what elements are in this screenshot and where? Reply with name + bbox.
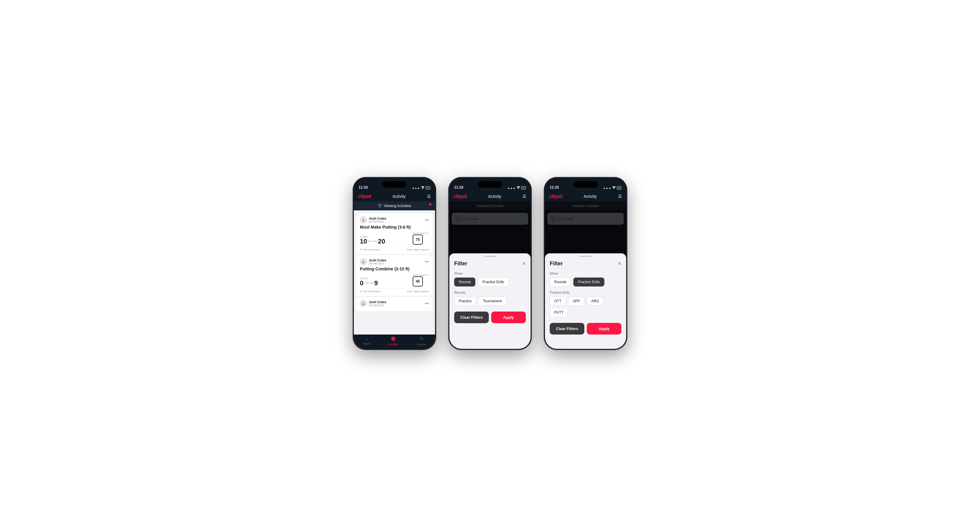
show-label-2: Show: [454, 271, 526, 275]
nav-home-1[interactable]: ⌂ Home: [363, 336, 370, 346]
modal-handle-3: [579, 256, 592, 257]
user-date-3: 28 Feb 2023: [369, 304, 387, 307]
apply-btn-3[interactable]: Apply: [587, 323, 621, 335]
avatar-1: [360, 216, 367, 224]
modal-footer-2: Clear Filters Apply: [454, 311, 526, 323]
drills-section-label-3: Practice Drills: [550, 290, 621, 294]
phone-3: 11:33 ▲▲▲ 31 clippd Activity ☰ Viewing A…: [544, 177, 627, 350]
svg-point-10: [421, 338, 422, 339]
viewing-banner-1[interactable]: Viewing Activities: [354, 202, 435, 210]
card-header-2: Josh Coles 28 Feb 2023 •••: [360, 258, 429, 265]
status-time-2: 11:33: [454, 185, 463, 189]
dynamic-island-1: [382, 181, 406, 188]
rounds-buttons-2: Practice Tournament: [454, 297, 526, 306]
filter-modal-3-el: Filter ✕ Show Rounds Practice Drills: [545, 253, 626, 349]
more-dots-2[interactable]: •••: [425, 259, 429, 264]
status-icons-1: ▲▲▲ 31: [412, 186, 430, 189]
score-value-2: 0: [360, 280, 363, 286]
user-info-3: Josh Coles 28 Feb 2023: [360, 300, 387, 307]
rounds-btn-3[interactable]: Rounds: [550, 278, 571, 286]
out-of-label-2: OUT OF: [364, 282, 373, 284]
app-btn-3[interactable]: APP: [568, 297, 584, 306]
info-text-1: Test Information: [363, 248, 380, 251]
activity-card-3: Josh Coles 28 Feb 2023 •••: [356, 297, 433, 311]
activities-icon-1: [391, 336, 396, 342]
user-info-1: Josh Coles 28 Feb 2023: [360, 216, 387, 224]
dynamic-island-2: [478, 181, 502, 188]
tournament-btn-2[interactable]: Tournament: [478, 297, 506, 306]
overlay-top-3: [545, 202, 626, 253]
phone-1: 11:33 ▲▲▲ 31 clippd Activity ☰: [353, 177, 436, 350]
rounds-btn-2[interactable]: Rounds: [454, 278, 476, 286]
user-date-1: 28 Feb 2023: [369, 220, 387, 223]
show-buttons-2: Rounds Practice Drills: [454, 278, 526, 286]
practice-drills-btn-3[interactable]: Practice Drills: [573, 278, 604, 286]
filter-overlay-3: Filter ✕ Show Rounds Practice Drills: [545, 202, 626, 349]
practice-drills-btn-2[interactable]: Practice Drills: [478, 278, 509, 286]
modal-title-2: Filter: [454, 260, 467, 267]
user-info-2: Josh Coles 28 Feb 2023: [360, 258, 387, 265]
filter-drills-section-3: Practice Drills OTT APP ARG PUTT: [550, 290, 621, 317]
apply-btn-2[interactable]: Apply: [491, 311, 526, 323]
card-header-3: Josh Coles 28 Feb 2023 •••: [360, 300, 429, 307]
data-label-1: Data: Clippd Capture: [407, 248, 429, 251]
viewing-banner-text-1: Viewing Activities: [384, 204, 411, 208]
quality-label-1: Shot Quality: [413, 232, 429, 234]
arg-btn-3[interactable]: ARG: [587, 297, 603, 306]
rounds-section-label-2: Rounds: [454, 290, 526, 294]
out-of-label-1: OUT OF: [368, 240, 377, 243]
header-title-3: Activity: [584, 194, 597, 199]
header-title-1: Activity: [392, 194, 406, 199]
stats-row-2: Score 0 OUT OF 9 Shot Quality 45: [360, 274, 429, 286]
clear-filters-btn-2[interactable]: Clear Filters: [454, 311, 489, 323]
activity-card-2: Josh Coles 28 Feb 2023 ••• Putting Combi…: [356, 255, 433, 296]
banner-dot-1: [429, 203, 431, 206]
activity-title-2: Putting Combine (3-15 ft): [360, 267, 429, 271]
app-header-1: clippd Activity ☰: [354, 191, 435, 202]
activity-title-1: Must Make Putting (3-6 ft): [360, 225, 429, 230]
modal-close-3[interactable]: ✕: [617, 261, 621, 267]
show-buttons-3: Rounds Practice Drills: [550, 278, 621, 286]
app-header-3: clippd Activity ☰: [545, 191, 626, 202]
filter-show-section-3: Show Rounds Practice Drills: [550, 271, 621, 286]
home-label-1: Home: [363, 342, 370, 345]
status-icons-3: ▲▲▲ 31: [603, 186, 621, 189]
nav-capture-1[interactable]: Capture: [417, 336, 426, 346]
modal-handle-2: [484, 256, 496, 257]
logo-1: clippd: [358, 194, 371, 199]
info-icon-1: [360, 248, 362, 251]
quality-badge-2: 45: [413, 276, 423, 286]
nav-activities-1[interactable]: Activities: [388, 336, 399, 346]
home-icon-1: ⌂: [365, 336, 368, 342]
user-date-2: 28 Feb 2023: [369, 262, 387, 265]
phone-1-inner: 11:33 ▲▲▲ 31 clippd Activity ☰: [354, 178, 435, 349]
more-dots-1[interactable]: •••: [425, 217, 429, 222]
clear-filters-btn-3[interactable]: Clear Filters: [550, 323, 584, 335]
logo-3: clippd: [549, 194, 562, 199]
stat-quality-2: Shot Quality 45: [413, 274, 429, 286]
practice-btn-2[interactable]: Practice: [454, 297, 476, 306]
user-name-1: Josh Coles: [369, 217, 387, 220]
out-of-value-2: 9: [374, 280, 378, 286]
filter-show-section-2: Show Rounds Practice Drills: [454, 271, 526, 286]
menu-icon-3[interactable]: ☰: [618, 194, 622, 199]
quality-label-2: Shot Quality: [413, 274, 429, 276]
menu-icon-1[interactable]: ☰: [427, 194, 431, 199]
ott-btn-3[interactable]: OTT: [550, 297, 566, 306]
app-header-2: clippd Activity ☰: [449, 191, 531, 202]
more-dots-3[interactable]: •••: [425, 301, 429, 306]
info-text-2: Test Information: [363, 290, 380, 293]
modal-close-2[interactable]: ✕: [522, 261, 526, 267]
card-footer-1: Test Information Data: Clippd Capture: [360, 246, 429, 251]
capture-icon-1: [419, 336, 424, 342]
putt-btn-3[interactable]: PUTT: [550, 308, 568, 317]
phone-2-inner: 11:33 ▲▲▲ 31 clippd Activity ☰ Viewing A…: [449, 178, 531, 349]
quality-badge-1: 75: [413, 235, 423, 245]
overlay-top-2: [449, 202, 531, 253]
avatar-3: [360, 300, 367, 307]
activities-label-1: Activities: [388, 343, 399, 346]
menu-icon-2[interactable]: ☰: [523, 194, 527, 199]
modal-header-2: Filter ✕: [454, 260, 526, 267]
filter-icon-1: [378, 204, 382, 208]
stat-score-2: Score 0 OUT OF 9: [360, 278, 378, 286]
